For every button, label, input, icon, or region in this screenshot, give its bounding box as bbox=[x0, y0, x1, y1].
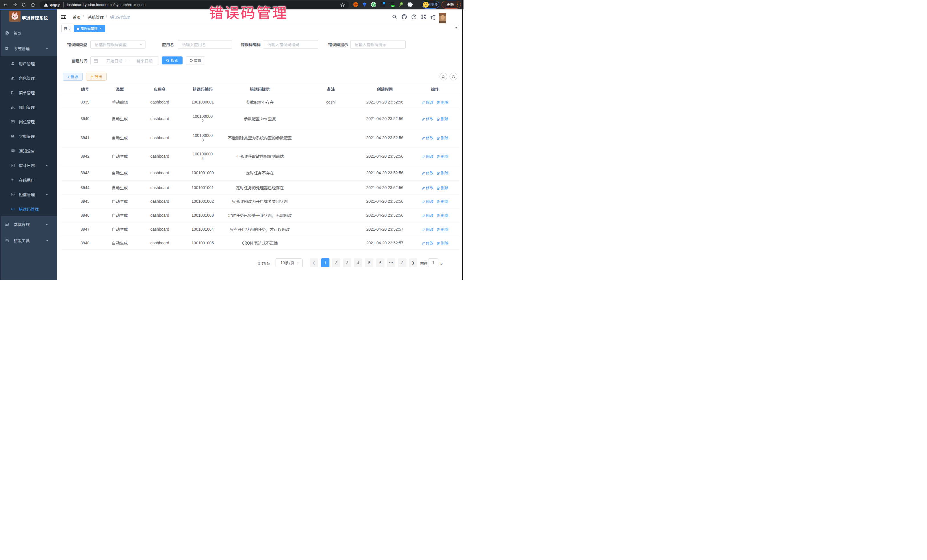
svg-text:on: on bbox=[392, 5, 394, 7]
